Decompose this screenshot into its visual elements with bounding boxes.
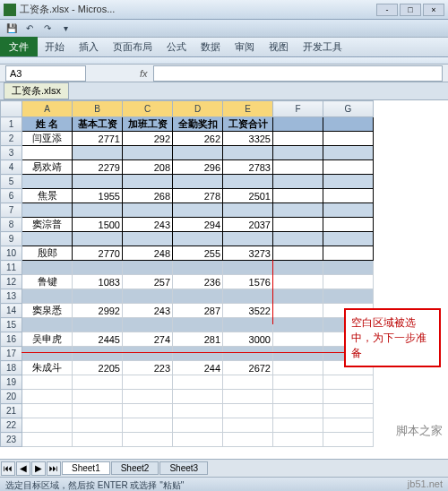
header-cell[interactable]: 全勤奖扣 (173, 117, 223, 132)
row-header-23[interactable]: 23 (1, 433, 22, 447)
cell[interactable] (123, 232, 173, 246)
cell[interactable]: 278 (173, 189, 223, 203)
tab-insert[interactable]: 插入 (72, 37, 106, 56)
tab-home[interactable]: 开始 (38, 37, 72, 56)
cell[interactable]: 2205 (73, 361, 123, 375)
cell[interactable]: 2501 (223, 189, 273, 203)
worksheet-grid[interactable]: ABCDEFG1姓 名基本工资加班工资全勤奖扣工资合计2闫亚添277129226… (0, 100, 448, 459)
cell[interactable]: 268 (123, 189, 173, 203)
cell[interactable] (223, 175, 273, 189)
cell[interactable]: 243 (123, 218, 173, 232)
tab-review[interactable]: 审阅 (228, 37, 262, 56)
cell[interactable] (223, 232, 273, 246)
cell[interactable] (173, 261, 223, 275)
col-header-B[interactable]: B (73, 101, 123, 117)
cell[interactable]: 殷郎 (22, 246, 73, 261)
header-cell[interactable]: 工资合计 (223, 117, 273, 132)
row-header-5[interactable]: 5 (1, 175, 22, 189)
sheet-nav-last[interactable]: ⏭ (47, 461, 61, 476)
row-header-6[interactable]: 6 (1, 189, 22, 203)
close-button[interactable]: × (423, 4, 444, 16)
cell[interactable] (22, 318, 73, 332)
cell[interactable]: 1955 (73, 189, 123, 203)
col-header-A[interactable]: A (22, 101, 73, 117)
formula-bar[interactable] (153, 65, 443, 82)
cell[interactable]: 闫亚添 (22, 132, 73, 146)
cell[interactable]: 223 (123, 361, 173, 375)
minimize-button[interactable]: - (376, 4, 398, 16)
workbook-tab[interactable]: 工资条.xlsx (4, 82, 69, 99)
cell[interactable]: 292 (123, 132, 173, 146)
cell[interactable] (73, 318, 123, 332)
cell[interactable] (73, 146, 123, 160)
sheet-tab-3[interactable]: Sheet3 (159, 461, 208, 475)
cell[interactable] (73, 203, 123, 218)
cell[interactable]: 236 (173, 275, 223, 289)
cell[interactable]: 2992 (73, 304, 123, 318)
row-header-7[interactable]: 7 (1, 203, 22, 218)
row-header-13[interactable]: 13 (1, 289, 22, 304)
cell[interactable]: 2279 (73, 160, 123, 175)
cell[interactable] (173, 232, 223, 246)
cell[interactable] (223, 146, 273, 160)
cell[interactable]: 255 (173, 246, 223, 261)
row-header-1[interactable]: 1 (1, 117, 22, 132)
cell[interactable] (73, 347, 123, 361)
cell[interactable] (223, 289, 273, 304)
cell[interactable]: 3273 (223, 246, 273, 261)
row-header-11[interactable]: 11 (1, 261, 22, 275)
sheet-tab-2[interactable]: Sheet2 (111, 461, 159, 475)
row-header-3[interactable]: 3 (1, 146, 22, 160)
row-header-2[interactable]: 2 (1, 132, 22, 146)
cell[interactable]: 257 (123, 275, 173, 289)
cell[interactable]: 1500 (73, 218, 123, 232)
row-header-17[interactable]: 17 (1, 347, 22, 361)
cell[interactable]: 287 (173, 304, 223, 318)
row-header-9[interactable]: 9 (1, 232, 22, 246)
row-header-8[interactable]: 8 (1, 218, 22, 232)
cell[interactable]: 2445 (73, 332, 123, 347)
cell[interactable]: 窦淙普 (22, 218, 73, 232)
restore-button[interactable]: □ (400, 4, 421, 16)
cell[interactable] (123, 347, 173, 361)
col-header-D[interactable]: D (173, 101, 223, 117)
cell[interactable] (173, 289, 223, 304)
cell[interactable]: 朱成斗 (22, 361, 73, 375)
cell[interactable] (123, 318, 173, 332)
row-header-14[interactable]: 14 (1, 304, 22, 318)
cell[interactable]: 262 (173, 132, 223, 146)
cell[interactable] (123, 175, 173, 189)
cell[interactable] (22, 175, 73, 189)
cell[interactable] (223, 347, 273, 361)
cell[interactable]: 2770 (73, 246, 123, 261)
cell[interactable] (223, 261, 273, 275)
cell[interactable]: 2672 (223, 361, 273, 375)
cell[interactable] (123, 261, 173, 275)
cell[interactable] (22, 261, 73, 275)
tab-developer[interactable]: 开发工具 (296, 37, 349, 56)
save-icon[interactable]: 💾 (5, 22, 18, 35)
sheet-nav-prev[interactable]: ◀ (16, 461, 30, 476)
cell[interactable]: 吴申虎 (22, 332, 73, 347)
file-tab[interactable]: 文件 (0, 37, 38, 56)
cell[interactable] (22, 146, 73, 160)
fx-icon[interactable]: fx (140, 68, 148, 79)
row-header-21[interactable]: 21 (1, 404, 22, 418)
cell[interactable] (123, 146, 173, 160)
row-header-12[interactable]: 12 (1, 275, 22, 289)
cell[interactable]: 3522 (223, 304, 273, 318)
header-cell[interactable]: 姓 名 (22, 117, 73, 132)
cell[interactable]: 鲁键 (22, 275, 73, 289)
cell[interactable] (123, 289, 173, 304)
undo-icon[interactable]: ↶ (23, 22, 36, 35)
cell[interactable] (173, 175, 223, 189)
cell[interactable]: 281 (173, 332, 223, 347)
cell[interactable] (22, 203, 73, 218)
cell[interactable]: 2771 (73, 132, 123, 146)
cell[interactable]: 248 (123, 246, 173, 261)
sheet-nav-next[interactable]: ▶ (31, 461, 46, 476)
cell[interactable] (173, 146, 223, 160)
qat-more-icon[interactable]: ▾ (59, 22, 72, 35)
cell[interactable]: 294 (173, 218, 223, 232)
cell[interactable]: 244 (173, 361, 223, 375)
